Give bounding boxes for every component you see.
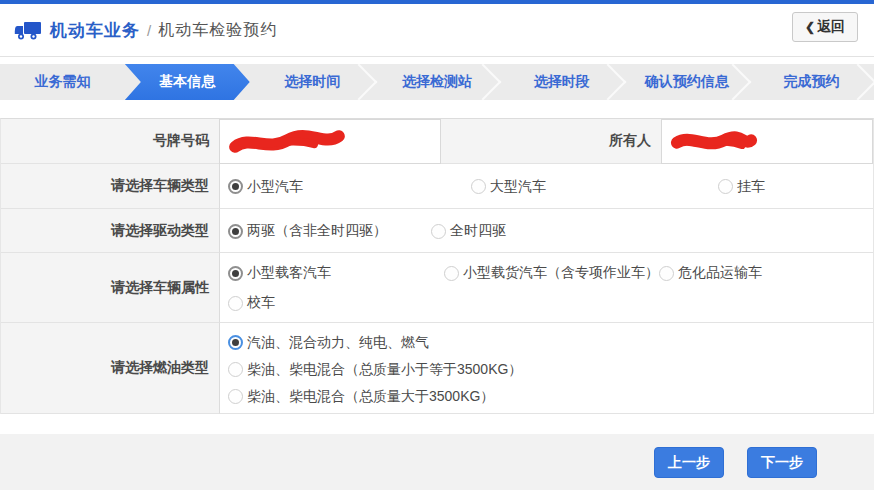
radio-option-label: 两驱（含非全时四驱） bbox=[247, 222, 387, 240]
vehicle-attribute-options: 小型载客汽车小型载货汽车（含专项作业车）危化品运输车校车 bbox=[219, 253, 873, 323]
plate-number-label: 号牌号码 bbox=[1, 119, 219, 164]
fuel-type-option[interactable]: 柴油、柴电混合（总质量小于等于3500KG） bbox=[228, 361, 522, 379]
vehicle-attribute-option[interactable]: 危化品运输车 bbox=[659, 264, 762, 282]
radio-unselected-icon[interactable] bbox=[228, 296, 243, 311]
radio-unselected-icon[interactable] bbox=[718, 179, 733, 194]
vehicle-attribute-line-2: 校车 bbox=[228, 288, 873, 318]
form-row-vehicle-type: 请选择车辆类型小型汽车大型汽车挂车 bbox=[1, 164, 873, 209]
form-footer-gap bbox=[0, 414, 874, 434]
vehicle-attribute-label: 请选择车辆属性 bbox=[1, 253, 219, 323]
radio-selected-icon[interactable] bbox=[228, 224, 243, 239]
radio-unselected-icon[interactable] bbox=[228, 362, 243, 377]
radio-option-label: 危化品运输车 bbox=[678, 264, 762, 282]
previous-step-button[interactable]: 上一步 bbox=[654, 447, 724, 478]
radio-option-label: 柴油、柴电混合（总质量大于3500KG） bbox=[247, 388, 494, 406]
fuel-type-line-3: 柴油、柴电混合（总质量大于3500KG） bbox=[228, 383, 873, 410]
next-step-button[interactable]: 下一步 bbox=[747, 447, 817, 478]
back-button[interactable]: ❮ 返回 bbox=[792, 12, 858, 42]
vehicle-type-line-1: 小型汽车大型汽车挂车 bbox=[228, 164, 873, 209]
breadcrumb-current: 机动车检验预约 bbox=[158, 20, 277, 41]
form-row-identity: 号牌号码 所有人 bbox=[1, 119, 873, 164]
step-tab-select-time[interactable]: 选择时间 bbox=[250, 64, 375, 100]
step-tab-select-slot[interactable]: 选择时段 bbox=[499, 64, 624, 100]
drive-type-option[interactable]: 全时四驱 bbox=[431, 222, 506, 240]
vehicle-type-options: 小型汽车大型汽车挂车 bbox=[219, 164, 873, 209]
page-header: 机动车业务 / 机动车检验预约 ❮ 返回 bbox=[0, 4, 874, 57]
radio-selected-icon[interactable] bbox=[228, 335, 243, 350]
form-row-fuel-type: 请选择燃油类型汽油、混合动力、纯电、燃气柴油、柴电混合（总质量小于等于3500K… bbox=[1, 323, 873, 414]
vehicle-type-option[interactable]: 挂车 bbox=[718, 178, 765, 196]
owner-label: 所有人 bbox=[441, 119, 661, 164]
radio-unselected-icon[interactable] bbox=[444, 266, 459, 281]
drive-type-options: 两驱（含非全时四驱）全时四驱 bbox=[219, 209, 873, 253]
radio-option-label: 小型汽车 bbox=[247, 178, 303, 196]
vehicle-attribute-option[interactable]: 小型载客汽车 bbox=[228, 264, 331, 282]
vehicle-attribute-line-1: 小型载客汽车小型载货汽车（含专项作业车）危化品运输车 bbox=[228, 258, 873, 288]
fuel-type-option[interactable]: 柴油、柴电混合（总质量大于3500KG） bbox=[228, 388, 494, 406]
radio-option-label: 大型汽车 bbox=[490, 178, 546, 196]
fuel-type-options: 汽油、混合动力、纯电、燃气柴油、柴电混合（总质量小于等于3500KG）柴油、柴电… bbox=[219, 323, 873, 414]
radio-selected-icon[interactable] bbox=[228, 266, 243, 281]
step-tab-notice[interactable]: 业务需知 bbox=[0, 64, 125, 100]
drive-type-line-1: 两驱（含非全时四驱）全时四驱 bbox=[228, 209, 873, 253]
fuel-type-option[interactable]: 汽油、混合动力、纯电、燃气 bbox=[228, 334, 429, 352]
breadcrumb-separator: / bbox=[147, 22, 151, 39]
fuel-type-line-2: 柴油、柴电混合（总质量小于等于3500KG） bbox=[228, 356, 873, 383]
stepbar-form-gap bbox=[0, 100, 874, 118]
drive-type-option[interactable]: 两驱（含非全时四驱） bbox=[228, 222, 387, 240]
radio-unselected-icon[interactable] bbox=[471, 179, 486, 194]
radio-unselected-icon[interactable] bbox=[431, 224, 446, 239]
back-chevron-icon: ❮ bbox=[805, 20, 815, 34]
redacted-plate-scribble bbox=[228, 126, 349, 156]
breadcrumb-root: 机动车业务 bbox=[50, 19, 140, 42]
radio-selected-icon[interactable] bbox=[228, 179, 243, 194]
vehicle-attribute-option[interactable]: 小型载货汽车（含专项作业车） bbox=[444, 264, 659, 282]
vehicle-type-label: 请选择车辆类型 bbox=[1, 164, 219, 209]
radio-unselected-icon[interactable] bbox=[659, 266, 674, 281]
radio-option-label: 挂车 bbox=[737, 178, 765, 196]
owner-field[interactable] bbox=[661, 119, 873, 164]
drive-type-label: 请选择驱动类型 bbox=[1, 209, 219, 253]
radio-option-label: 小型载客汽车 bbox=[247, 264, 331, 282]
step-tab-confirm-info[interactable]: 确认预约信息 bbox=[624, 64, 749, 100]
progress-step-bar: 业务需知基本信息选择时间选择检测站选择时段确认预约信息完成预约 bbox=[0, 64, 874, 100]
vehicle-attribute-option[interactable]: 校车 bbox=[228, 294, 275, 312]
form-row-drive-type: 请选择驱动类型两驱（含非全时四驱）全时四驱 bbox=[1, 209, 873, 253]
step-tab-select-station[interactable]: 选择检测站 bbox=[375, 64, 500, 100]
radio-option-label: 小型载货汽车（含专项作业车） bbox=[463, 264, 659, 282]
step-tab-basic-info[interactable]: 基本信息 bbox=[125, 64, 250, 100]
fuel-type-line-1: 汽油、混合动力、纯电、燃气 bbox=[228, 329, 873, 356]
step-tab-finish[interactable]: 完成预约 bbox=[749, 64, 874, 100]
radio-option-label: 柴油、柴电混合（总质量小于等于3500KG） bbox=[247, 361, 522, 379]
appointment-form: 号牌号码 所有人 请选择车辆类型小型汽车大型汽车挂车请选择驱动类型两驱（含非全时… bbox=[0, 118, 874, 414]
radio-unselected-icon[interactable] bbox=[228, 389, 243, 404]
radio-option-label: 汽油、混合动力、纯电、燃气 bbox=[247, 334, 429, 352]
radio-option-label: 校车 bbox=[247, 294, 275, 312]
vehicle-type-option[interactable]: 小型汽车 bbox=[228, 178, 303, 196]
form-row-vehicle-attribute: 请选择车辆属性小型载客汽车小型载货汽车（含专项作业车）危化品运输车校车 bbox=[1, 253, 873, 323]
back-button-label: 返回 bbox=[817, 18, 845, 36]
header-stepbar-gap bbox=[0, 57, 874, 64]
fuel-type-label: 请选择燃油类型 bbox=[1, 323, 219, 414]
redacted-owner-scribble bbox=[670, 127, 759, 156]
truck-icon bbox=[14, 20, 42, 42]
vehicle-type-option[interactable]: 大型汽车 bbox=[471, 178, 546, 196]
radio-option-label: 全时四驱 bbox=[450, 222, 506, 240]
plate-number-field[interactable] bbox=[219, 119, 441, 164]
vehicle-inspection-appointment-page: 机动车业务 / 机动车检验预约 ❮ 返回 业务需知基本信息选择时间选择检测站选择… bbox=[0, 0, 874, 490]
footer-action-bar: 上一步 下一步 bbox=[0, 434, 874, 490]
